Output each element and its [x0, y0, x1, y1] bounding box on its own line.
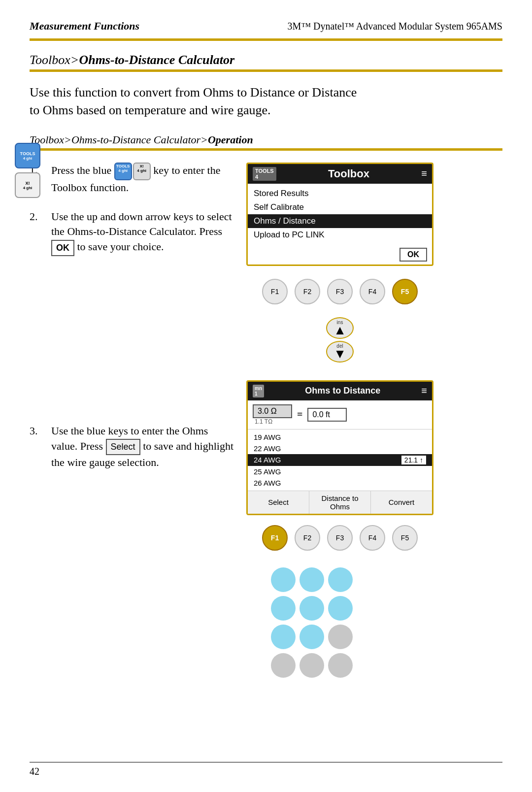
step-2: 2. Use the up and down arrow keys to sel…: [30, 209, 236, 256]
screen-convert-button[interactable]: Convert: [371, 491, 432, 514]
ohms-screen: mn1 Ohms to Distance ≡ 3.0 Ω 1.1 TΩ = 0.…: [246, 380, 433, 515]
toolbox-ok-button[interactable]: OK: [399, 248, 427, 262]
gauge-26awg[interactable]: 26 AWG: [248, 477, 432, 489]
header-gold-bar: [30, 38, 502, 41]
steps-column: 1. Press the blue TOOLS4 ghi X!4 ghi key…: [30, 163, 246, 678]
circle-4: [271, 596, 296, 621]
menu-upload-pc[interactable]: Upload to PC LINK: [248, 228, 432, 242]
section-title-prefix: Toolbox>: [30, 53, 79, 67]
header: Measurement Functions 3M™ Dynatel™ Advan…: [30, 20, 502, 33]
fkey-F2[interactable]: F2: [295, 279, 320, 304]
fkeys-bottom-row: F1 F2 F3 F4 F5: [246, 520, 433, 556]
down-arrow-icon: ▼: [333, 347, 346, 362]
section-title-bold: Ohms-to-Distance Calculator: [79, 53, 234, 67]
gauge-25awg-label: 25 AWG: [254, 467, 281, 476]
fkey-F4[interactable]: F4: [360, 279, 385, 304]
arrow-keys: ins ▲ del ▼: [246, 314, 433, 367]
up-arrow-icon: ▲: [333, 323, 346, 338]
circle-3: [328, 567, 353, 592]
xi-button[interactable]: X! 4 ghi: [15, 172, 40, 198]
ohms-equals: =: [297, 409, 302, 420]
ohms-input-value[interactable]: 3.0 Ω: [253, 404, 292, 418]
ohms-screen-title: Ohms to Distance: [305, 386, 380, 396]
screen-bottom-buttons: Select Distance toOhms Convert: [248, 491, 432, 514]
toolbox-tools-icon: TOOLS4: [253, 167, 276, 181]
circle-9: [328, 625, 353, 649]
menu-self-calibrate[interactable]: Self Calibrate: [248, 200, 432, 214]
gauge-24awg[interactable]: 24 AWG 21.1 ↑: [248, 454, 432, 466]
header-left: Measurement Functions: [30, 20, 139, 33]
gauge-22awg-label: 22 AWG: [254, 444, 281, 453]
screen-distance-to-ohms-button[interactable]: Distance toOhms: [309, 491, 371, 514]
fkey-bottom-F2[interactable]: F2: [295, 525, 320, 551]
up-arrow-btn[interactable]: ins ▲: [326, 317, 354, 339]
fkey-F1[interactable]: F1: [262, 279, 288, 304]
step-2-text: Use the up and down arrow keys to select…: [51, 209, 236, 256]
fkey-F5-gold[interactable]: F5: [392, 279, 418, 304]
fkeys-top-row: F1 F2 F3 F4 F5: [246, 274, 433, 309]
select-key: Select: [106, 439, 140, 455]
header-right: 3M™ Dynatel™ Advanced Modular System 965…: [288, 21, 502, 32]
gauge-19awg[interactable]: 19 AWG: [248, 431, 432, 443]
fkey-F3[interactable]: F3: [327, 279, 353, 304]
circle-12: [328, 653, 353, 678]
circle-8: [299, 625, 324, 649]
fkey-bottom-F1-gold[interactable]: F1: [262, 525, 288, 551]
circle-11: [299, 653, 324, 678]
screenshots-column: TOOLS4 Toolbox ≡ Stored Results Self Cal…: [246, 163, 502, 678]
section-gold-bar: [30, 69, 502, 72]
step-3: 3. Use the blue keys to enter the Ohms v…: [30, 424, 236, 470]
tools-key-badge: TOOLS4 ghi: [114, 163, 132, 180]
circles-grid: [246, 561, 433, 678]
circle-6: [328, 596, 353, 621]
sub-section-gold-bar: [30, 148, 502, 151]
gauge-24awg-label: 24 AWG: [254, 456, 281, 464]
fkey-bottom-F4[interactable]: F4: [360, 525, 385, 551]
ohms-top-row: 3.0 Ω 1.1 TΩ = 0.0 ft: [248, 400, 432, 429]
ohms-input-sub: 1.1 TΩ: [253, 418, 292, 425]
xi-key-badge: X!4 ghi: [133, 163, 151, 180]
ohms-menu-icon: ≡: [421, 385, 427, 396]
toolbox-screen-header: TOOLS4 Toolbox ≡: [248, 164, 432, 184]
menu-stored-results[interactable]: Stored Results: [248, 187, 432, 200]
page: Measurement Functions 3M™ Dynatel™ Advan…: [0, 0, 532, 792]
fkey-bottom-F5[interactable]: F5: [392, 525, 418, 551]
circle-10: [271, 653, 296, 678]
ins-label: ins: [337, 320, 343, 325]
step-3-text: Use the blue keys to enter the Ohms valu…: [51, 424, 236, 470]
fkey-bottom-F3[interactable]: F3: [327, 525, 353, 551]
circle-7: [271, 625, 296, 649]
ohms-result-value: 0.0 ft: [307, 408, 347, 422]
key-inline-1: TOOLS4 ghi X!4 ghi: [114, 163, 151, 180]
step-1-text: Press the blue TOOLS4 ghi X!4 ghi key to…: [51, 163, 236, 196]
toolbox-menu-icon: ≡: [421, 168, 427, 179]
gauge-25awg[interactable]: 25 AWG: [248, 466, 432, 477]
ok-key: OK: [51, 240, 74, 256]
intro-text: Use this function to convert from Ohms t…: [30, 84, 365, 120]
circle-5: [299, 596, 324, 621]
toolbox-screen-footer: OK: [248, 245, 432, 264]
ohms-screen-header: mn1 Ohms to Distance ≡: [248, 382, 432, 400]
step-2-num: 2.: [30, 209, 44, 256]
toolbox-screen: TOOLS4 Toolbox ≡ Stored Results Self Cal…: [246, 163, 433, 266]
page-number: 42: [30, 766, 39, 777]
del-label: del: [336, 343, 343, 349]
gauge-list: 19 AWG 22 AWG 24 AWG 21.1 ↑ 25 AWG: [248, 429, 432, 491]
step-3-num: 3.: [30, 424, 44, 470]
sub-section-bold: Operation: [208, 133, 253, 146]
section-title: Toolbox>Ohms-to-Distance Calculator: [30, 53, 502, 67]
down-arrow-btn[interactable]: del ▼: [326, 341, 354, 363]
screen-select-button[interactable]: Select: [248, 491, 309, 514]
toolbox-screen-body: Stored Results Self Calibrate Ohms / Dis…: [248, 184, 432, 245]
tools-button[interactable]: TOOLS 4 ghi: [15, 143, 40, 168]
gauge-22awg[interactable]: 22 AWG: [248, 443, 432, 454]
circle-1: [271, 567, 296, 592]
content-area: 1. Press the blue TOOLS4 ghi X!4 ghi key…: [30, 163, 502, 678]
gauge-26awg-label: 26 AWG: [254, 479, 281, 487]
menu-ohms-distance[interactable]: Ohms / Distance: [248, 214, 432, 228]
ohms-tools-icon: mn1: [253, 385, 264, 397]
step-1: 1. Press the blue TOOLS4 ghi X!4 ghi key…: [30, 163, 236, 196]
ohms-input-group: 3.0 Ω 1.1 TΩ: [253, 404, 292, 425]
gauge-24awg-value: 21.1 ↑: [401, 456, 426, 464]
ohms-screen-body: 3.0 Ω 1.1 TΩ = 0.0 ft 19 AWG 22 AWG: [248, 400, 432, 514]
